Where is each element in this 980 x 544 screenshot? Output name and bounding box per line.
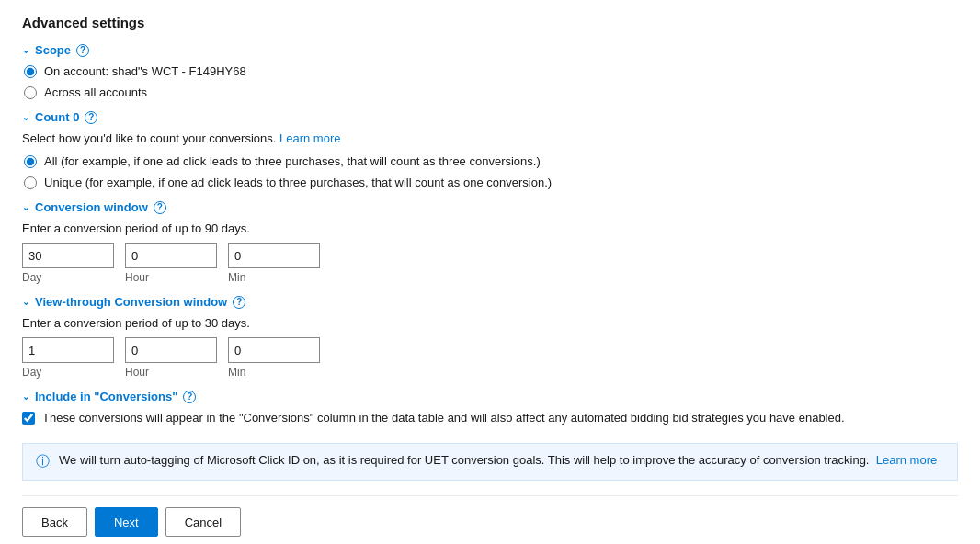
count-description: Select how you'd like to count your conv…: [22, 131, 958, 145]
count-label: Count 0: [35, 110, 79, 124]
count-radio-group: All (for example, if one ad click leads …: [24, 154, 958, 189]
include-conversions-checkbox[interactable]: [22, 412, 35, 425]
scope-label: Scope: [35, 43, 71, 57]
cw-day-group: Day: [22, 243, 114, 284]
info-circle-icon: ⓘ: [36, 453, 50, 470]
cw-min-label: Min: [228, 271, 320, 284]
scope-help-icon[interactable]: ?: [76, 44, 89, 57]
cw-period-label: Enter a conversion period of up to 90 da…: [22, 221, 958, 235]
info-bar-message: We will turn auto-tagging of Microsoft C…: [59, 453, 937, 467]
vt-day-input[interactable]: [22, 337, 114, 363]
scope-all-label: Across all accounts: [44, 85, 147, 99]
back-button[interactable]: Back: [22, 507, 87, 537]
scope-radio-account[interactable]: [24, 65, 37, 78]
vt-header[interactable]: ⌄ View-through Conversion window ?: [22, 295, 958, 309]
include-conversions-header[interactable]: ⌄ Include in "Conversions" ?: [22, 390, 958, 403]
vt-day-label: Day: [22, 366, 114, 379]
vt-help-icon[interactable]: ?: [233, 296, 245, 309]
cw-chevron-icon: ⌄: [22, 202, 29, 212]
view-through-section: ⌄ View-through Conversion window ? Enter…: [22, 295, 958, 379]
include-conversions-label: These conversions will appear in the "Co…: [42, 411, 845, 425]
count-radio-unique[interactable]: [24, 176, 37, 189]
cancel-button[interactable]: Cancel: [165, 507, 241, 537]
cw-hour-group: Hour: [125, 243, 217, 284]
vt-period-label: Enter a conversion period of up to 30 da…: [22, 316, 958, 330]
scope-header[interactable]: ⌄ Scope ?: [22, 43, 958, 57]
vt-hour-group: Hour: [125, 337, 217, 379]
next-button[interactable]: Next: [95, 507, 158, 537]
vt-min-input[interactable]: [228, 337, 320, 363]
vt-chevron-icon: ⌄: [22, 297, 29, 307]
scope-option-all: Across all accounts: [24, 85, 958, 99]
cw-hour-input[interactable]: [125, 243, 217, 268]
count-help-icon[interactable]: ?: [85, 111, 97, 124]
include-conversions-checkbox-row: These conversions will appear in the "Co…: [22, 411, 958, 425]
count-unique-label: Unique (for example, if one ad click lea…: [44, 176, 552, 189]
ic-chevron-icon: ⌄: [22, 391, 29, 402]
cw-day-label: Day: [22, 271, 114, 284]
scope-chevron-icon: ⌄: [22, 45, 29, 55]
count-chevron-icon: ⌄: [22, 112, 29, 122]
vt-hour-label: Hour: [125, 366, 217, 379]
count-section: ⌄ Count 0 ? Select how you'd like to cou…: [22, 110, 958, 189]
count-option-all: All (for example, if one ad click leads …: [24, 154, 958, 168]
vt-min-label: Min: [228, 366, 320, 379]
vt-label: View-through Conversion window: [35, 295, 227, 309]
ic-help-icon[interactable]: ?: [183, 391, 196, 403]
vt-hour-input[interactable]: [125, 337, 217, 363]
cw-input-row: Day Hour Min: [22, 243, 958, 284]
scope-account-label: On account: shad"s WCT - F149HY68: [44, 64, 246, 78]
scope-section: ⌄ Scope ? On account: shad"s WCT - F149H…: [22, 43, 958, 99]
footer-bar: Back Next Cancel: [22, 495, 958, 537]
cw-min-input[interactable]: [228, 243, 320, 268]
cw-help-icon[interactable]: ?: [154, 201, 166, 214]
info-bar: ⓘ We will turn auto-tagging of Microsoft…: [22, 443, 958, 481]
cw-label: Conversion window: [35, 200, 148, 214]
page-title: Advanced settings: [22, 15, 958, 30]
cw-min-group: Min: [228, 243, 320, 284]
count-option-unique: Unique (for example, if one ad click lea…: [24, 176, 958, 189]
cw-day-input[interactable]: [22, 243, 114, 268]
count-header[interactable]: ⌄ Count 0 ?: [22, 110, 958, 124]
cw-hour-label: Hour: [125, 271, 217, 284]
info-bar-learn-more-link[interactable]: Learn more: [876, 453, 937, 467]
scope-option-account: On account: shad"s WCT - F149HY68: [24, 64, 958, 78]
count-radio-all[interactable]: [24, 155, 37, 168]
scope-radio-group: On account: shad"s WCT - F149HY68 Across…: [24, 64, 958, 99]
conversion-window-section: ⌄ Conversion window ? Enter a conversion…: [22, 200, 958, 284]
vt-day-group: Day: [22, 337, 114, 379]
ic-label: Include in "Conversions": [35, 390, 177, 403]
count-learn-more-link[interactable]: Learn more: [279, 131, 340, 145]
advanced-settings-page: Advanced settings ⌄ Scope ? On account: …: [0, 0, 980, 544]
include-conversions-section: ⌄ Include in "Conversions" ? These conve…: [22, 390, 958, 425]
vt-input-row: Day Hour Min: [22, 337, 958, 379]
vt-min-group: Min: [228, 337, 320, 379]
count-all-label: All (for example, if one ad click leads …: [44, 154, 541, 168]
scope-radio-all[interactable]: [24, 86, 37, 99]
conversion-window-header[interactable]: ⌄ Conversion window ?: [22, 200, 958, 214]
